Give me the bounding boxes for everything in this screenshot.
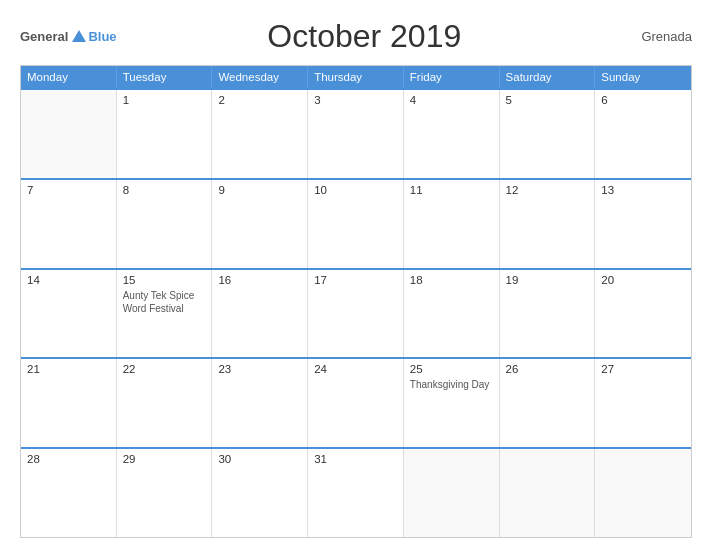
- day-header-wednesday: Wednesday: [212, 66, 308, 88]
- calendar-cell: 25Thanksgiving Day: [404, 359, 500, 447]
- calendar-event: Thanksgiving Day: [410, 378, 493, 391]
- day-number: 21: [27, 363, 110, 375]
- calendar-cell: 5: [500, 90, 596, 178]
- calendar-cell: 6: [595, 90, 691, 178]
- day-number: 10: [314, 184, 397, 196]
- day-header-tuesday: Tuesday: [117, 66, 213, 88]
- day-number: 29: [123, 453, 206, 465]
- calendar-cell: 18: [404, 270, 500, 358]
- calendar-cell: 17: [308, 270, 404, 358]
- day-number: 15: [123, 274, 206, 286]
- calendar-week-3: 1415Aunty Tek Spice Word Festival1617181…: [21, 268, 691, 358]
- day-number: 5: [506, 94, 589, 106]
- calendar-cell: 4: [404, 90, 500, 178]
- calendar-cell: 7: [21, 180, 117, 268]
- day-number: 3: [314, 94, 397, 106]
- calendar-cell: 29: [117, 449, 213, 537]
- calendar-cell: 8: [117, 180, 213, 268]
- month-title: October 2019: [117, 18, 612, 55]
- day-header-sunday: Sunday: [595, 66, 691, 88]
- calendar-week-2: 78910111213: [21, 178, 691, 268]
- calendar-cell: 11: [404, 180, 500, 268]
- day-number: 12: [506, 184, 589, 196]
- day-number: 27: [601, 363, 685, 375]
- calendar-cell: 22: [117, 359, 213, 447]
- calendar-cell: 15Aunty Tek Spice Word Festival: [117, 270, 213, 358]
- calendar-cell: 23: [212, 359, 308, 447]
- day-number: 30: [218, 453, 301, 465]
- logo-general: General: [20, 29, 68, 44]
- day-number: 2: [218, 94, 301, 106]
- calendar-cell: [21, 90, 117, 178]
- day-number: 8: [123, 184, 206, 196]
- logo-triangle-icon: [72, 30, 86, 42]
- day-number: 24: [314, 363, 397, 375]
- calendar-cell: 24: [308, 359, 404, 447]
- day-number: 23: [218, 363, 301, 375]
- day-number: 28: [27, 453, 110, 465]
- day-number: 13: [601, 184, 685, 196]
- calendar-event: Aunty Tek Spice Word Festival: [123, 289, 206, 315]
- day-number: 9: [218, 184, 301, 196]
- calendar-cell: 13: [595, 180, 691, 268]
- day-number: 4: [410, 94, 493, 106]
- day-number: 17: [314, 274, 397, 286]
- calendar-cell: [500, 449, 596, 537]
- day-number: 18: [410, 274, 493, 286]
- calendar-body: 123456789101112131415Aunty Tek Spice Wor…: [21, 88, 691, 537]
- day-number: 6: [601, 94, 685, 106]
- calendar-cell: 19: [500, 270, 596, 358]
- calendar-cell: 16: [212, 270, 308, 358]
- calendar-cell: 14: [21, 270, 117, 358]
- calendar-cell: 12: [500, 180, 596, 268]
- calendar-cell: 30: [212, 449, 308, 537]
- day-number: 31: [314, 453, 397, 465]
- calendar-cell: 27: [595, 359, 691, 447]
- day-number: 22: [123, 363, 206, 375]
- day-number: 20: [601, 274, 685, 286]
- day-number: 11: [410, 184, 493, 196]
- day-header-monday: Monday: [21, 66, 117, 88]
- day-header-friday: Friday: [404, 66, 500, 88]
- calendar-week-4: 2122232425Thanksgiving Day2627: [21, 357, 691, 447]
- calendar-header: MondayTuesdayWednesdayThursdayFridaySatu…: [21, 66, 691, 88]
- calendar-cell: 26: [500, 359, 596, 447]
- page: General Blue October 2019 Grenada Monday…: [0, 0, 712, 550]
- day-number: 14: [27, 274, 110, 286]
- calendar-cell: [404, 449, 500, 537]
- day-number: 26: [506, 363, 589, 375]
- country-label: Grenada: [612, 29, 692, 44]
- logo: General Blue: [20, 29, 117, 44]
- calendar-cell: 20: [595, 270, 691, 358]
- calendar-cell: 1: [117, 90, 213, 178]
- day-number: 25: [410, 363, 493, 375]
- calendar-week-1: 123456: [21, 88, 691, 178]
- day-header-saturday: Saturday: [500, 66, 596, 88]
- calendar-cell: 9: [212, 180, 308, 268]
- calendar-cell: 10: [308, 180, 404, 268]
- header: General Blue October 2019 Grenada: [20, 18, 692, 55]
- calendar-cell: [595, 449, 691, 537]
- calendar-cell: 21: [21, 359, 117, 447]
- day-header-thursday: Thursday: [308, 66, 404, 88]
- day-number: 16: [218, 274, 301, 286]
- calendar: MondayTuesdayWednesdayThursdayFridaySatu…: [20, 65, 692, 538]
- calendar-cell: 2: [212, 90, 308, 178]
- calendar-week-5: 28293031: [21, 447, 691, 537]
- day-number: 19: [506, 274, 589, 286]
- day-number: 1: [123, 94, 206, 106]
- day-number: 7: [27, 184, 110, 196]
- calendar-cell: 28: [21, 449, 117, 537]
- logo-blue: Blue: [88, 29, 116, 44]
- calendar-cell: 3: [308, 90, 404, 178]
- calendar-cell: 31: [308, 449, 404, 537]
